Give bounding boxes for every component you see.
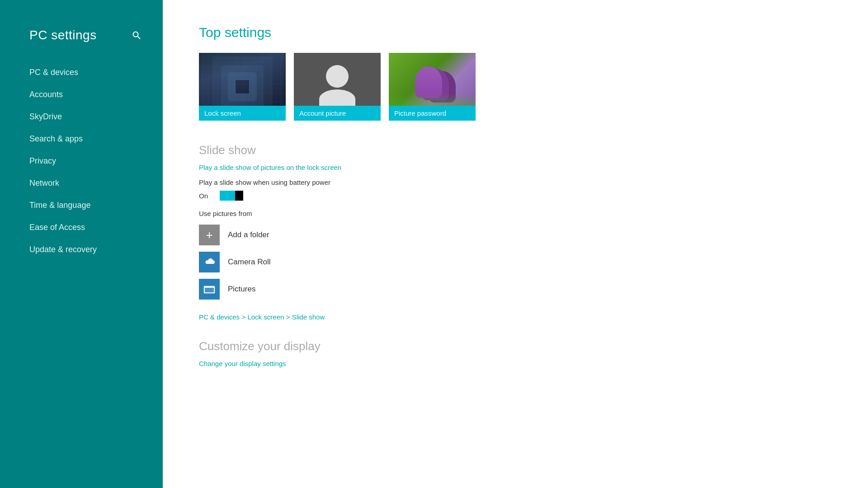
avatar [319, 65, 355, 108]
slideshow-heading: Slide show [199, 143, 832, 157]
breadcrumb-sep2: > [286, 313, 292, 321]
breadcrumb-sep1: > [242, 313, 248, 321]
breadcrumb-area: PC & devices > Lock screen > Slide show [199, 313, 832, 321]
breadcrumb-slide-show[interactable]: Slide show [292, 313, 325, 321]
battery-toggle-row: On [199, 191, 832, 201]
sidebar-item-privacy[interactable]: Privacy [0, 150, 163, 172]
breadcrumb-lock-screen[interactable]: Lock screen [247, 313, 284, 321]
main-content: Top settings Lock screen Account picture… [163, 0, 868, 488]
add-folder-item[interactable]: + Add a folder [199, 225, 832, 245]
cloud-icon [203, 257, 216, 267]
pictures-item[interactable]: Pictures [199, 279, 832, 300]
battery-label: Play a slide show when using battery pow… [199, 178, 832, 186]
customize-link[interactable]: Change your display settings [199, 360, 832, 367]
sidebar-item-ease-of-access[interactable]: Ease of Access [0, 216, 163, 239]
sidebar-item-time-language[interactable]: Time & language [0, 194, 163, 216]
use-pictures-label: Use pictures from [199, 210, 832, 217]
add-folder-label: Add a folder [228, 230, 269, 239]
app-title: PC settings [29, 28, 97, 42]
search-icon [132, 31, 141, 40]
camera-roll-item[interactable]: Camera Roll [199, 252, 832, 272]
camera-roll-icon [199, 252, 220, 272]
top-settings-heading: Top settings [199, 25, 832, 40]
search-button[interactable] [128, 27, 145, 43]
customize-heading: Customize your display [199, 339, 832, 353]
sidebar-item-skydrive[interactable]: SkyDrive [0, 106, 163, 128]
svg-line-1 [138, 37, 141, 39]
sidebar-item-search-apps[interactable]: Search & apps [0, 128, 163, 150]
sidebar: PC settings PC & devices Accounts SkyDri… [0, 0, 163, 488]
pictures-folder-icon [203, 284, 216, 294]
slideshow-link[interactable]: Play a slide show of pictures on the loc… [199, 164, 832, 171]
svg-point-0 [133, 32, 138, 37]
picture-password-label: Picture password [389, 106, 476, 121]
picture-password-card[interactable]: Picture password [389, 53, 476, 121]
add-folder-icon: + [199, 225, 220, 245]
account-picture-label: Account picture [294, 106, 381, 121]
nav-list: PC & devices Accounts SkyDrive Search & … [0, 61, 163, 488]
camera-roll-label: Camera Roll [228, 258, 270, 267]
sidebar-item-network[interactable]: Network [0, 172, 163, 194]
svg-rect-5 [205, 288, 214, 292]
lock-screen-label: Lock screen [199, 106, 286, 121]
slideshow-section: Slide show Play a slide show of pictures… [199, 143, 832, 300]
sidebar-item-pc-devices[interactable]: PC & devices [0, 61, 163, 84]
toggle-on-label: On [199, 192, 212, 200]
account-picture-card[interactable]: Account picture [294, 53, 381, 121]
lock-screen-card[interactable]: Lock screen [199, 53, 286, 121]
settings-cards-row: Lock screen Account picture Picture pass… [199, 53, 832, 121]
sidebar-item-accounts[interactable]: Accounts [0, 84, 163, 106]
toggle-thumb [235, 191, 243, 201]
pictures-icon [199, 279, 220, 300]
plus-icon: + [206, 228, 212, 242]
sidebar-header: PC settings [0, 0, 163, 61]
avatar-head [326, 65, 349, 88]
sidebar-item-update-recovery[interactable]: Update & recovery [0, 239, 163, 261]
pictures-label: Pictures [228, 285, 255, 294]
breadcrumb-pc-devices[interactable]: PC & devices [199, 313, 240, 321]
battery-toggle[interactable] [220, 191, 243, 201]
customize-section: Customize your display Change your displ… [199, 339, 832, 367]
